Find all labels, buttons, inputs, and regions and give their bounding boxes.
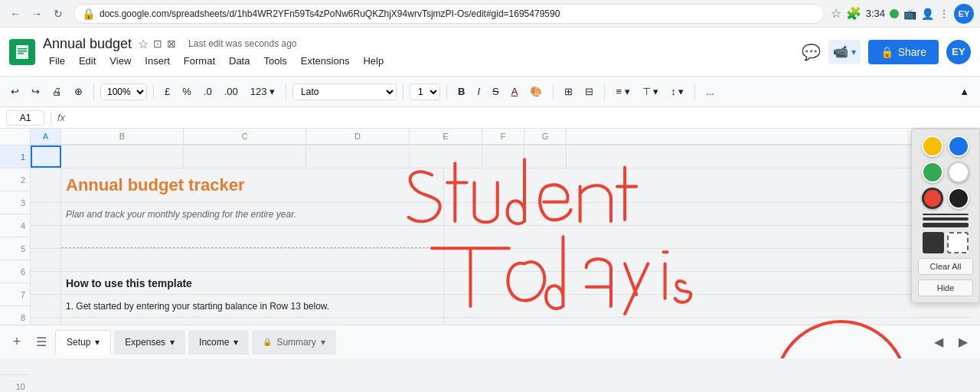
row-num-1[interactable]: 1: [0, 145, 30, 168]
menu-view[interactable]: View: [103, 54, 137, 68]
col-header-a[interactable]: A: [31, 129, 61, 144]
font-size-select[interactable]: 10 12 14: [410, 83, 440, 100]
hide-button[interactable]: Hide: [918, 279, 973, 296]
formula-input[interactable]: [71, 112, 974, 123]
bookmark-icon[interactable]: ☆: [831, 6, 841, 21]
cell-a1[interactable]: [31, 145, 61, 168]
cell-a3[interactable]: [31, 203, 61, 225]
cell-b2[interactable]: Annual budget tracker: [61, 168, 444, 202]
menu-edit[interactable]: Edit: [73, 54, 102, 68]
cell-a5[interactable]: [31, 249, 61, 271]
menu-help[interactable]: Help: [357, 54, 390, 68]
collapse-toolbar-button[interactable]: ▲: [955, 83, 974, 100]
color-swatch-white[interactable]: [948, 162, 969, 183]
row-num-3[interactable]: 3: [0, 191, 30, 214]
align-h-button[interactable]: ≡ ▾: [611, 83, 634, 100]
menu-file[interactable]: File: [43, 54, 71, 68]
cell-c1[interactable]: [184, 145, 306, 168]
cell-b5[interactable]: [61, 249, 444, 271]
cell-f1[interactable]: [482, 145, 524, 168]
cell-a6[interactable]: [31, 272, 61, 294]
drive-icon[interactable]: ⊠: [167, 38, 176, 50]
col-header-g[interactable]: G: [524, 129, 567, 144]
more-formats-button[interactable]: 123 ▾: [246, 83, 279, 100]
cell-a2[interactable]: [31, 168, 61, 202]
col-header-f[interactable]: F: [482, 129, 524, 144]
row-num-6[interactable]: 6: [0, 260, 30, 283]
meet-button[interactable]: 📹 ▾: [828, 40, 861, 64]
cell-b1[interactable]: [61, 145, 184, 168]
undo-button[interactable]: ↩: [6, 83, 24, 100]
merge-button[interactable]: ⊟: [580, 83, 598, 100]
forward-button[interactable]: →: [28, 5, 46, 23]
col-header-b[interactable]: B: [61, 129, 184, 144]
cell-d1[interactable]: [306, 145, 410, 168]
paint-format-button[interactable]: ⊕: [70, 83, 87, 100]
col-header-e[interactable]: E: [410, 129, 482, 144]
row-num-7[interactable]: 7: [0, 283, 30, 306]
cell-b6[interactable]: How to use this template: [61, 272, 444, 294]
color-swatch-red[interactable]: [922, 188, 943, 209]
cell-reference-input[interactable]: [6, 110, 44, 126]
tab-income[interactable]: Income ▾: [188, 330, 249, 354]
nav-sheet-prev[interactable]: ◀: [928, 332, 949, 353]
star-icon[interactable]: ☆: [138, 37, 149, 51]
history-icon[interactable]: ⊡: [153, 38, 162, 50]
decimal-more-button[interactable]: .00: [220, 83, 243, 100]
strikethrough-button[interactable]: S: [488, 83, 504, 100]
stroke-thin[interactable]: [923, 214, 969, 215]
currency-button[interactable]: £: [160, 83, 175, 100]
address-bar[interactable]: 🔒 docs.google.com/spreadsheets/d/1hb4WR2…: [74, 4, 825, 24]
color-swatch-blue[interactable]: [948, 136, 969, 157]
extensions-icon[interactable]: 🧩: [846, 6, 861, 21]
rotate-button[interactable]: ↕ ▾: [666, 83, 688, 100]
decimal-less-button[interactable]: .0: [199, 83, 217, 100]
user-avatar[interactable]: EY: [946, 40, 971, 64]
highlight-button[interactable]: 🎨: [525, 83, 547, 100]
menu-icon[interactable]: ⋮: [939, 8, 949, 20]
more-options-button[interactable]: ...: [701, 83, 719, 100]
row-num-10[interactable]: 10: [0, 375, 30, 392]
user-avatar-chrome[interactable]: EY: [954, 4, 974, 24]
row-num-2[interactable]: 2: [0, 168, 30, 191]
nav-sheet-next[interactable]: ▶: [952, 332, 974, 353]
add-sheet-button[interactable]: +: [6, 332, 28, 353]
percent-button[interactable]: %: [178, 83, 196, 100]
share-button[interactable]: 🔒 Share: [868, 40, 939, 64]
color-swatch-green[interactable]: [922, 162, 943, 183]
cell-b7[interactable]: 1. Get started by entering your starting…: [61, 295, 444, 317]
bold-button[interactable]: B: [453, 83, 469, 100]
row-num-4[interactable]: 4: [0, 214, 30, 237]
menu-data[interactable]: Data: [223, 54, 256, 68]
stroke-thick[interactable]: [923, 223, 969, 227]
row-num-5[interactable]: 5: [0, 237, 30, 260]
zoom-select[interactable]: 100% 75% 150%: [100, 83, 147, 100]
tab-setup[interactable]: Setup ▾: [55, 330, 111, 354]
cell-e1[interactable]: [410, 145, 482, 168]
clear-all-button[interactable]: Clear All: [918, 258, 973, 275]
color-swatch-black[interactable]: [948, 188, 969, 209]
menu-insert[interactable]: Insert: [139, 54, 176, 68]
col-header-c[interactable]: C: [184, 129, 306, 144]
cell-b4[interactable]: [61, 226, 444, 248]
align-v-button[interactable]: ⊤ ▾: [638, 83, 664, 100]
col-header-d[interactable]: D: [306, 129, 410, 144]
comment-button[interactable]: 💬: [802, 43, 821, 61]
reload-button[interactable]: ↻: [49, 5, 67, 23]
tab-expenses[interactable]: Expenses ▾: [114, 330, 185, 354]
cell-g1[interactable]: [524, 145, 567, 168]
font-select[interactable]: Lato Arial Times New Roman: [292, 83, 397, 100]
sheet-menu-button[interactable]: ☰: [31, 332, 52, 353]
borders-button[interactable]: ⊞: [560, 83, 577, 100]
cell-a4[interactable]: [31, 226, 61, 248]
italic-button[interactable]: I: [472, 83, 485, 100]
stroke-medium[interactable]: [923, 217, 969, 220]
text-color-button[interactable]: A: [507, 83, 523, 100]
cell-a7[interactable]: [31, 295, 61, 317]
style-dashed[interactable]: [947, 232, 969, 253]
doc-title-text[interactable]: Annual budget: [43, 36, 132, 52]
menu-format[interactable]: Format: [178, 54, 221, 68]
redo-button[interactable]: ↪: [27, 83, 44, 100]
menu-extensions[interactable]: Extensions: [295, 54, 356, 68]
style-solid[interactable]: [923, 232, 944, 253]
